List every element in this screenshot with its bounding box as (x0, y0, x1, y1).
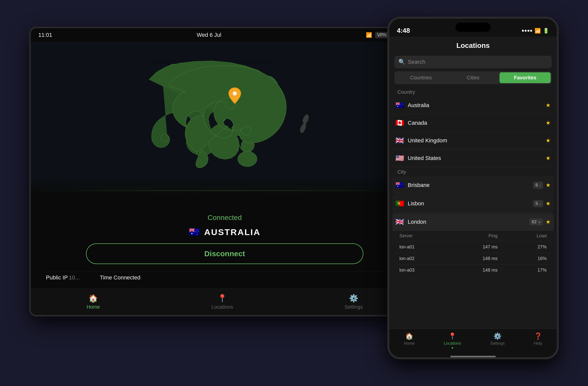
server-ping-lon-a03: 148 ms (449, 268, 498, 273)
tablet-info-row: Public IP 10... Time Connected (46, 272, 403, 281)
phone-header: Locations (389, 37, 557, 53)
phone-wifi-icon: 📶 (535, 28, 541, 34)
settings-icon: ⚙️ (349, 294, 358, 303)
lisbon-favorite-star[interactable]: ★ (546, 200, 551, 207)
tab-favorites[interactable]: Favorites (499, 72, 551, 83)
phone-nav-settings[interactable]: ⚙️ Settings (490, 332, 505, 349)
tablet-bottom-panel: Connected 🇦🇺 AUSTRALIA Disconnect Public… (31, 206, 419, 288)
server-table-header: Server Ping Load (395, 231, 551, 241)
australia-favorite-star[interactable]: ★ (546, 102, 551, 109)
london-server-table: Server Ping Load lon-a01 147 ms 27% lon-… (395, 231, 551, 276)
canada-flag: 🇨🇦 (395, 119, 404, 127)
server-row-lon-a03[interactable]: lon-a03 148 ms 17% (395, 265, 551, 276)
tab-countries[interactable]: Countries (395, 72, 447, 83)
phone-signal-icon: ●●●● (522, 28, 533, 33)
search-placeholder: Search (408, 59, 425, 65)
brisbane-name: Brisbane (408, 182, 533, 188)
us-name: United States (408, 155, 546, 162)
phone-time: 4:48 (397, 27, 410, 35)
phone-nav-help[interactable]: ❓ Help (534, 332, 542, 349)
london-flag: 🇬🇧 (395, 218, 404, 226)
phone-home-icon: 🏠 (405, 332, 413, 340)
public-ip-label: Public IP (46, 274, 68, 281)
tablet-nav-locations-label: Locations (212, 304, 233, 310)
connection-status: Connected (46, 214, 403, 222)
tablet-device: 11:01 Wed 6 Jul 📶 VPN 51% 🔋 (29, 27, 420, 316)
server-ping-lon-a01: 147 ms (449, 244, 498, 250)
public-ip-value: 10... (69, 274, 80, 281)
phone-battery-icon: 🔋 (543, 28, 549, 34)
phone-settings-icon: ⚙️ (493, 332, 502, 340)
lisbon-name: Lisbon (408, 200, 533, 207)
australia-map-svg (111, 49, 338, 180)
london-favorite-star[interactable]: ★ (546, 219, 551, 225)
london-count[interactable]: 62 ∨ (529, 218, 543, 226)
phone-status-icons: ●●●● 📶 🔋 (522, 28, 549, 34)
us-favorite-star[interactable]: ★ (546, 155, 551, 162)
server-col-ping: Ping (449, 233, 498, 239)
server-row-lon-a02[interactable]: lon-a02 148 ms 16% (395, 253, 551, 265)
tablet-nav-home[interactable]: 🏠 Home (86, 294, 100, 310)
tablet-flag: 🇦🇺 (189, 227, 200, 237)
phone-title: Locations (395, 42, 551, 50)
tablet-status-bar: 11:01 Wed 6 Jul 📶 VPN 51% 🔋 (31, 28, 419, 42)
server-col-load: Load (497, 233, 547, 239)
phone-device: 4:48 ●●●● 📶 🔋 Locations 🔍 Search (387, 17, 559, 359)
brisbane-count[interactable]: 6 › (533, 182, 543, 189)
wifi-icon: 📶 (366, 32, 372, 38)
home-icon: 🏠 (89, 294, 98, 303)
tablet-nav-locations[interactable]: 📍 Locations (212, 294, 233, 310)
brisbane-favorite-star[interactable]: ★ (546, 182, 551, 188)
tablet-time: 11:01 (38, 32, 52, 38)
server-load-lon-a03: 17% (497, 268, 547, 273)
city-section-header: City (392, 167, 554, 176)
australia-name: Australia (408, 102, 546, 109)
location-list: Country 🇦🇺 Australia ★ 🇨🇦 Canada ★ (389, 87, 557, 329)
us-flag: 🇺🇸 (395, 154, 404, 162)
server-row-lon-a01[interactable]: lon-a01 147 ms 27% (395, 241, 551, 253)
disconnect-button[interactable]: Disconnect (86, 243, 363, 264)
uk-favorite-star[interactable]: ★ (546, 137, 551, 144)
server-ping-lon-a02: 148 ms (449, 256, 498, 261)
tablet-nav-home-label: Home (86, 304, 100, 310)
tablet-country-name: AUSTRALIA (204, 227, 260, 237)
search-icon: 🔍 (398, 59, 405, 65)
public-ip-item: Public IP 10... (46, 274, 80, 281)
server-load-lon-a01: 27% (497, 244, 547, 250)
tab-bar: Countries Cities Favorites (394, 71, 552, 84)
search-bar[interactable]: 🔍 Search (394, 56, 552, 68)
list-item-australia[interactable]: 🇦🇺 Australia ★ (392, 96, 554, 114)
tab-cities[interactable]: Cities (448, 72, 499, 83)
tablet-map-area (31, 42, 419, 206)
svg-point-3 (233, 91, 237, 95)
tablet-nav-settings-label: Settings (345, 304, 363, 310)
server-name-lon-a01: lon-a01 (399, 244, 449, 250)
lisbon-flag: 🇵🇹 (395, 199, 404, 208)
phone-nav-locations[interactable]: 📍 Locations (444, 332, 461, 349)
server-col-server: Server (399, 233, 449, 239)
london-name: London (408, 219, 529, 225)
map-overlay (31, 176, 419, 206)
list-item-canada[interactable]: 🇨🇦 Canada ★ (392, 114, 554, 132)
list-item-uk[interactable]: 🇬🇧 United Kingdom ★ (392, 132, 554, 149)
list-item-us[interactable]: 🇺🇸 United States ★ (392, 149, 554, 167)
australia-flag: 🇦🇺 (395, 101, 404, 109)
phone-nav-home[interactable]: 🏠 Home (404, 332, 415, 349)
time-connected-item: Time Connected (100, 274, 140, 281)
main-scene: 11:01 Wed 6 Jul 📶 VPN 51% 🔋 (29, 17, 559, 369)
server-load-lon-a02: 16% (497, 256, 547, 261)
phone-help-icon: ❓ (534, 332, 542, 340)
server-name-lon-a02: lon-a02 (399, 256, 449, 261)
list-item-london[interactable]: 🇬🇧 London 62 ∨ ★ (392, 213, 554, 231)
list-item-lisbon[interactable]: 🇵🇹 Lisbon 5 › ★ (392, 195, 554, 212)
phone-nav-locations-label: Locations (444, 341, 461, 346)
active-dot (452, 347, 453, 349)
tablet-country-label: 🇦🇺 AUSTRALIA (46, 227, 403, 237)
canada-favorite-star[interactable]: ★ (546, 120, 551, 126)
list-item-brisbane[interactable]: 🇦🇺 Brisbane 6 › ★ (392, 176, 554, 194)
lisbon-count[interactable]: 5 › (533, 200, 543, 207)
time-connected-label: Time Connected (100, 274, 140, 281)
tablet-nav: 🏠 Home 📍 Locations ⚙️ Settings (31, 288, 419, 315)
location-icon: 📍 (218, 294, 227, 303)
tablet-nav-settings[interactable]: ⚙️ Settings (345, 294, 363, 310)
